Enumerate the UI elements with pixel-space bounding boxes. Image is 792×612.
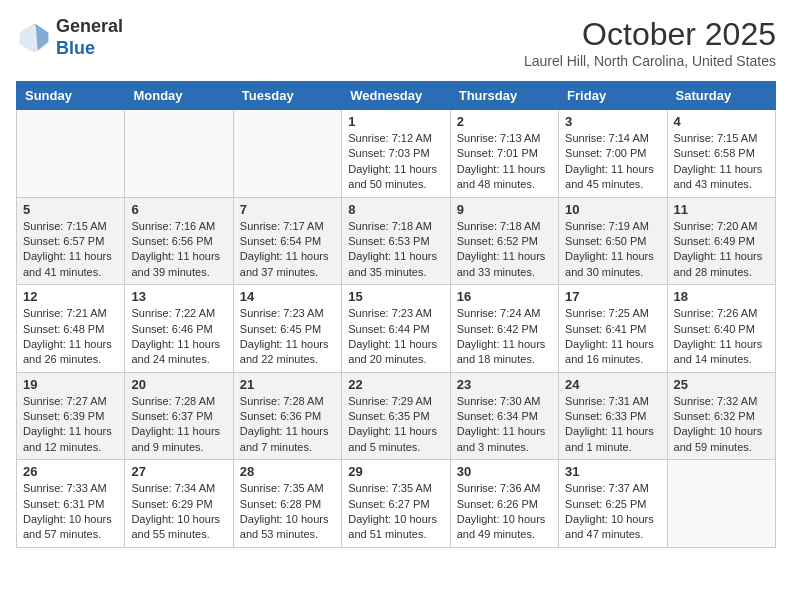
calendar-cell: 29Sunrise: 7:35 AM Sunset: 6:27 PM Dayli…: [342, 460, 450, 548]
calendar-cell: 20Sunrise: 7:28 AM Sunset: 6:37 PM Dayli…: [125, 372, 233, 460]
calendar-cell: 23Sunrise: 7:30 AM Sunset: 6:34 PM Dayli…: [450, 372, 558, 460]
calendar-table: SundayMondayTuesdayWednesdayThursdayFrid…: [16, 81, 776, 548]
weekday-header-wednesday: Wednesday: [342, 82, 450, 110]
day-number: 20: [131, 377, 226, 392]
day-number: 28: [240, 464, 335, 479]
day-info: Sunrise: 7:33 AM Sunset: 6:31 PM Dayligh…: [23, 481, 118, 543]
calendar-cell: 28Sunrise: 7:35 AM Sunset: 6:28 PM Dayli…: [233, 460, 341, 548]
calendar-cell: 12Sunrise: 7:21 AM Sunset: 6:48 PM Dayli…: [17, 285, 125, 373]
page-header: General Blue October 2025 Laurel Hill, N…: [16, 16, 776, 69]
day-info: Sunrise: 7:37 AM Sunset: 6:25 PM Dayligh…: [565, 481, 660, 543]
calendar-cell: 3Sunrise: 7:14 AM Sunset: 7:00 PM Daylig…: [559, 110, 667, 198]
calendar-cell: 31Sunrise: 7:37 AM Sunset: 6:25 PM Dayli…: [559, 460, 667, 548]
day-info: Sunrise: 7:28 AM Sunset: 6:36 PM Dayligh…: [240, 394, 335, 456]
logo-blue-text: Blue: [56, 38, 123, 60]
day-info: Sunrise: 7:19 AM Sunset: 6:50 PM Dayligh…: [565, 219, 660, 281]
day-number: 30: [457, 464, 552, 479]
weekday-header-thursday: Thursday: [450, 82, 558, 110]
weekday-header-row: SundayMondayTuesdayWednesdayThursdayFrid…: [17, 82, 776, 110]
calendar-cell: 17Sunrise: 7:25 AM Sunset: 6:41 PM Dayli…: [559, 285, 667, 373]
day-info: Sunrise: 7:35 AM Sunset: 6:28 PM Dayligh…: [240, 481, 335, 543]
day-number: 10: [565, 202, 660, 217]
day-number: 5: [23, 202, 118, 217]
day-info: Sunrise: 7:28 AM Sunset: 6:37 PM Dayligh…: [131, 394, 226, 456]
logo: General Blue: [16, 16, 123, 59]
calendar-cell: [125, 110, 233, 198]
weekday-header-friday: Friday: [559, 82, 667, 110]
day-number: 25: [674, 377, 769, 392]
day-info: Sunrise: 7:21 AM Sunset: 6:48 PM Dayligh…: [23, 306, 118, 368]
day-number: 4: [674, 114, 769, 129]
day-info: Sunrise: 7:14 AM Sunset: 7:00 PM Dayligh…: [565, 131, 660, 193]
calendar-cell: 22Sunrise: 7:29 AM Sunset: 6:35 PM Dayli…: [342, 372, 450, 460]
calendar-cell: [17, 110, 125, 198]
calendar-cell: 19Sunrise: 7:27 AM Sunset: 6:39 PM Dayli…: [17, 372, 125, 460]
day-info: Sunrise: 7:17 AM Sunset: 6:54 PM Dayligh…: [240, 219, 335, 281]
title-block: October 2025 Laurel Hill, North Carolina…: [524, 16, 776, 69]
calendar-cell: 9Sunrise: 7:18 AM Sunset: 6:52 PM Daylig…: [450, 197, 558, 285]
day-info: Sunrise: 7:22 AM Sunset: 6:46 PM Dayligh…: [131, 306, 226, 368]
calendar-week-row: 12Sunrise: 7:21 AM Sunset: 6:48 PM Dayli…: [17, 285, 776, 373]
calendar-cell: [233, 110, 341, 198]
day-number: 24: [565, 377, 660, 392]
day-number: 1: [348, 114, 443, 129]
calendar-cell: 10Sunrise: 7:19 AM Sunset: 6:50 PM Dayli…: [559, 197, 667, 285]
calendar-cell: 4Sunrise: 7:15 AM Sunset: 6:58 PM Daylig…: [667, 110, 775, 198]
day-info: Sunrise: 7:15 AM Sunset: 6:58 PM Dayligh…: [674, 131, 769, 193]
logo-general-text: General: [56, 16, 123, 38]
calendar-cell: 21Sunrise: 7:28 AM Sunset: 6:36 PM Dayli…: [233, 372, 341, 460]
day-number: 6: [131, 202, 226, 217]
calendar-cell: 27Sunrise: 7:34 AM Sunset: 6:29 PM Dayli…: [125, 460, 233, 548]
day-number: 22: [348, 377, 443, 392]
calendar-cell: 5Sunrise: 7:15 AM Sunset: 6:57 PM Daylig…: [17, 197, 125, 285]
day-number: 7: [240, 202, 335, 217]
calendar-cell: 14Sunrise: 7:23 AM Sunset: 6:45 PM Dayli…: [233, 285, 341, 373]
weekday-header-sunday: Sunday: [17, 82, 125, 110]
calendar-cell: 15Sunrise: 7:23 AM Sunset: 6:44 PM Dayli…: [342, 285, 450, 373]
calendar-cell: 8Sunrise: 7:18 AM Sunset: 6:53 PM Daylig…: [342, 197, 450, 285]
day-info: Sunrise: 7:31 AM Sunset: 6:33 PM Dayligh…: [565, 394, 660, 456]
day-info: Sunrise: 7:29 AM Sunset: 6:35 PM Dayligh…: [348, 394, 443, 456]
day-info: Sunrise: 7:36 AM Sunset: 6:26 PM Dayligh…: [457, 481, 552, 543]
day-number: 18: [674, 289, 769, 304]
month-title: October 2025: [524, 16, 776, 53]
calendar-cell: [667, 460, 775, 548]
day-info: Sunrise: 7:25 AM Sunset: 6:41 PM Dayligh…: [565, 306, 660, 368]
day-info: Sunrise: 7:13 AM Sunset: 7:01 PM Dayligh…: [457, 131, 552, 193]
day-info: Sunrise: 7:18 AM Sunset: 6:53 PM Dayligh…: [348, 219, 443, 281]
logo-icon: [16, 20, 52, 56]
calendar-cell: 2Sunrise: 7:13 AM Sunset: 7:01 PM Daylig…: [450, 110, 558, 198]
day-number: 16: [457, 289, 552, 304]
day-info: Sunrise: 7:32 AM Sunset: 6:32 PM Dayligh…: [674, 394, 769, 456]
calendar-week-row: 26Sunrise: 7:33 AM Sunset: 6:31 PM Dayli…: [17, 460, 776, 548]
day-info: Sunrise: 7:27 AM Sunset: 6:39 PM Dayligh…: [23, 394, 118, 456]
calendar-week-row: 19Sunrise: 7:27 AM Sunset: 6:39 PM Dayli…: [17, 372, 776, 460]
day-number: 11: [674, 202, 769, 217]
day-info: Sunrise: 7:20 AM Sunset: 6:49 PM Dayligh…: [674, 219, 769, 281]
day-number: 2: [457, 114, 552, 129]
day-number: 26: [23, 464, 118, 479]
calendar-cell: 6Sunrise: 7:16 AM Sunset: 6:56 PM Daylig…: [125, 197, 233, 285]
weekday-header-tuesday: Tuesday: [233, 82, 341, 110]
day-number: 27: [131, 464, 226, 479]
calendar-cell: 24Sunrise: 7:31 AM Sunset: 6:33 PM Dayli…: [559, 372, 667, 460]
day-info: Sunrise: 7:16 AM Sunset: 6:56 PM Dayligh…: [131, 219, 226, 281]
day-info: Sunrise: 7:23 AM Sunset: 6:45 PM Dayligh…: [240, 306, 335, 368]
day-number: 23: [457, 377, 552, 392]
day-number: 29: [348, 464, 443, 479]
day-info: Sunrise: 7:30 AM Sunset: 6:34 PM Dayligh…: [457, 394, 552, 456]
day-number: 13: [131, 289, 226, 304]
calendar-cell: 7Sunrise: 7:17 AM Sunset: 6:54 PM Daylig…: [233, 197, 341, 285]
day-info: Sunrise: 7:34 AM Sunset: 6:29 PM Dayligh…: [131, 481, 226, 543]
day-info: Sunrise: 7:15 AM Sunset: 6:57 PM Dayligh…: [23, 219, 118, 281]
calendar-cell: 26Sunrise: 7:33 AM Sunset: 6:31 PM Dayli…: [17, 460, 125, 548]
day-info: Sunrise: 7:18 AM Sunset: 6:52 PM Dayligh…: [457, 219, 552, 281]
day-number: 19: [23, 377, 118, 392]
day-number: 8: [348, 202, 443, 217]
day-number: 3: [565, 114, 660, 129]
calendar-cell: 16Sunrise: 7:24 AM Sunset: 6:42 PM Dayli…: [450, 285, 558, 373]
weekday-header-saturday: Saturday: [667, 82, 775, 110]
day-number: 17: [565, 289, 660, 304]
calendar-cell: 11Sunrise: 7:20 AM Sunset: 6:49 PM Dayli…: [667, 197, 775, 285]
svg-marker-1: [36, 25, 49, 50]
